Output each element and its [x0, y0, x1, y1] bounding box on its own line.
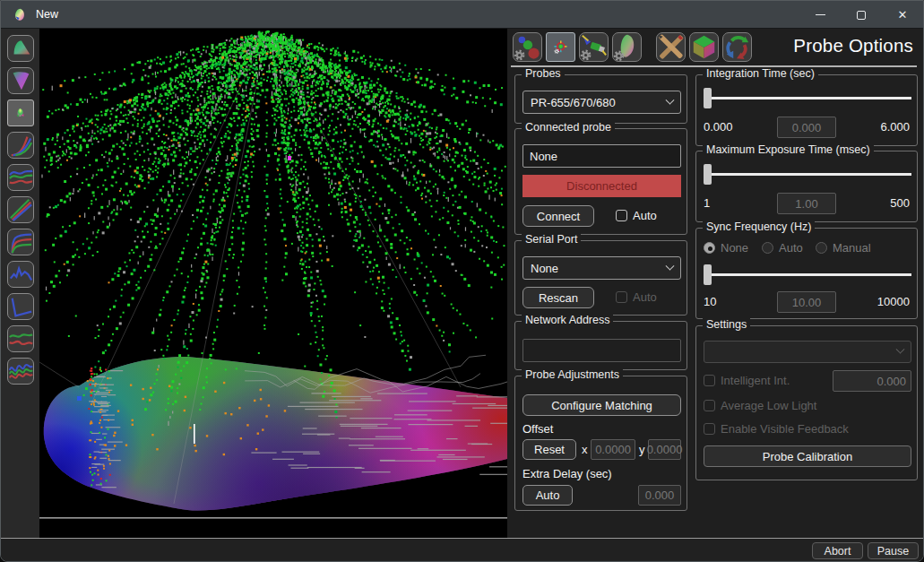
- intelligent-int-input[interactable]: 0.000: [833, 370, 911, 392]
- sidebar-view-gamma-curves-icon[interactable]: [7, 132, 34, 159]
- serial-port-group: Serial Port None Rescan Auto: [514, 240, 687, 316]
- connection-status-badge: Disconnected: [522, 175, 681, 197]
- serial-port-dropdown[interactable]: None: [522, 256, 681, 280]
- refresh-rotate-icon[interactable]: [722, 32, 752, 62]
- edit-measure-icon[interactable]: [656, 32, 686, 62]
- integration-max-label: 6.000: [880, 120, 910, 134]
- close-icon: ✕: [898, 9, 908, 21]
- offset-reset-button[interactable]: Reset: [522, 439, 576, 460]
- max-exposure-input[interactable]: 1.00: [777, 193, 836, 214]
- sidebar-view-linearity-lines-icon[interactable]: [7, 196, 34, 223]
- settings-dropdown[interactable]: [704, 341, 911, 363]
- max-exposure-slider[interactable]: [704, 164, 911, 186]
- sync-min-label: 10: [704, 295, 716, 308]
- connect-auto-checkbox[interactable]: Auto: [616, 209, 657, 222]
- max-exposure-group: Maximum Exposure Time (msec) 1 1.00 500: [695, 151, 918, 222]
- sidebar-view-tone-curves-icon[interactable]: [7, 164, 34, 191]
- offset-x-label: x: [582, 443, 588, 456]
- integration-time-group: Integration Time (sec) 0.000 0.000 6.000: [695, 74, 918, 146]
- probe-options-icon[interactable]: [546, 32, 575, 62]
- pause-button[interactable]: Pause: [868, 542, 919, 559]
- checkbox-icon: [704, 400, 715, 411]
- connected-probe-group: Connected probe None Disconnected Connec…: [514, 128, 687, 235]
- integration-time-slider[interactable]: [704, 88, 911, 109]
- slider-track: [705, 173, 911, 176]
- sync-manual-radio[interactable]: Manual: [816, 241, 871, 255]
- app-window: New ✕: [0, 0, 924, 562]
- extra-delay-input[interactable]: 0.000: [638, 485, 681, 506]
- probe-adjustments-group: Probe Adjustments Configure Matching Off…: [514, 376, 687, 511]
- connected-probe-value: None: [530, 150, 557, 163]
- sync-manual-label: Manual: [833, 241, 871, 255]
- measurement-point-cloud[interactable]: [39, 29, 507, 538]
- sync-auto-radio[interactable]: Auto: [762, 241, 803, 255]
- average-low-light-label: Average Low Light: [721, 399, 816, 412]
- sidebar-view-dual-waveform-icon[interactable]: [7, 325, 34, 352]
- sync-frequency-group-label: Sync Frequency (Hz): [703, 220, 815, 233]
- serial-auto-label: Auto: [633, 290, 657, 304]
- slider-handle[interactable]: [704, 164, 712, 185]
- sync-frequency-input[interactable]: 10.00: [777, 291, 836, 313]
- radio-icon: [704, 242, 715, 254]
- checkbox-icon: [616, 291, 627, 303]
- close-button[interactable]: ✕: [882, 1, 923, 29]
- configure-matching-button[interactable]: Configure Matching: [522, 394, 681, 416]
- connect-button[interactable]: Connect: [522, 205, 594, 227]
- probes-dropdown[interactable]: PR-655/670/680: [522, 91, 681, 114]
- network-address-field[interactable]: [522, 339, 681, 362]
- connect-auto-label: Auto: [633, 209, 657, 222]
- 3d-gamut-viewport[interactable]: [39, 29, 507, 538]
- sidebar-view-luminance-waveform-icon[interactable]: [7, 261, 34, 288]
- sync-frequency-group: Sync Frequency (Hz) None Auto Manual 10 …: [695, 228, 918, 319]
- intelligent-int-checkbox[interactable]: Intelligent Int.: [704, 374, 790, 387]
- average-low-light-checkbox[interactable]: Average Low Light: [704, 399, 816, 412]
- sidebar-view-cie-diagram-icon[interactable]: [7, 35, 34, 62]
- offset-label: Offset: [522, 422, 553, 436]
- extra-delay-label: Extra Delay (sec): [522, 467, 612, 480]
- slider-handle[interactable]: [704, 264, 712, 285]
- offset-x-input[interactable]: 0.0000: [591, 439, 635, 460]
- intelligent-int-label: Intelligent Int.: [721, 374, 790, 387]
- minimize-icon: [816, 14, 825, 15]
- radio-icon: [762, 242, 773, 254]
- offset-y-input[interactable]: 0.0000: [648, 439, 681, 460]
- chevron-down-icon: [666, 95, 675, 104]
- chevron-down-icon: [896, 345, 905, 354]
- settings-group-label: Settings: [703, 318, 750, 331]
- abort-button[interactable]: Abort: [812, 542, 863, 559]
- maximize-button[interactable]: [841, 1, 882, 29]
- sync-frequency-slider[interactable]: [704, 264, 911, 286]
- sidebar-view-response-drop-line-icon[interactable]: [7, 293, 34, 320]
- connected-probe-field[interactable]: None: [522, 144, 681, 168]
- enable-visible-feedback-checkbox[interactable]: Enable Visible Feedback: [704, 422, 849, 436]
- gamut-settings-icon[interactable]: [612, 32, 642, 62]
- panel-title: Probe Options: [793, 35, 913, 56]
- serial-auto-checkbox[interactable]: Auto: [616, 290, 657, 304]
- bottom-bar: Abort Pause: [1, 538, 923, 562]
- checkbox-icon: [616, 210, 627, 221]
- sidebar-view-saturation-curves-icon[interactable]: [7, 229, 34, 255]
- integration-min-label: 0.000: [704, 120, 733, 134]
- slider-handle[interactable]: [704, 88, 712, 108]
- integration-time-input[interactable]: 0.000: [777, 117, 836, 138]
- sidebar-view-gamut-cone-icon[interactable]: [7, 67, 34, 94]
- slider-track: [705, 97, 911, 99]
- probe-options-panel: Probe Options Probes PR-655/670/680 Conn…: [507, 29, 924, 538]
- measurement-points-icon[interactable]: [513, 32, 542, 62]
- probes-group: Probes PR-655/670/680: [514, 74, 687, 124]
- maximize-icon: [857, 11, 866, 20]
- app-gamut-icon: [13, 7, 28, 22]
- minimize-button[interactable]: [799, 1, 841, 29]
- probe-adjustments-group-label: Probe Adjustments: [522, 368, 623, 381]
- sidebar-view-gamut-3d-volume-icon[interactable]: [7, 99, 34, 126]
- probe-connection-icon[interactable]: [579, 32, 609, 62]
- extra-delay-auto-button[interactable]: Auto: [522, 485, 573, 506]
- rescan-button[interactable]: Rescan: [522, 287, 594, 308]
- probes-group-label: Probes: [522, 67, 565, 80]
- sync-none-radio[interactable]: None: [704, 241, 748, 255]
- checkbox-icon: [704, 423, 715, 435]
- sidebar-view-rgb-waveform-icon[interactable]: [7, 358, 34, 385]
- max-exposure-group-label: Maximum Exposure Time (msec): [703, 143, 874, 156]
- color-cube-icon[interactable]: [689, 32, 719, 62]
- probe-calibration-button[interactable]: Probe Calibration: [704, 445, 911, 467]
